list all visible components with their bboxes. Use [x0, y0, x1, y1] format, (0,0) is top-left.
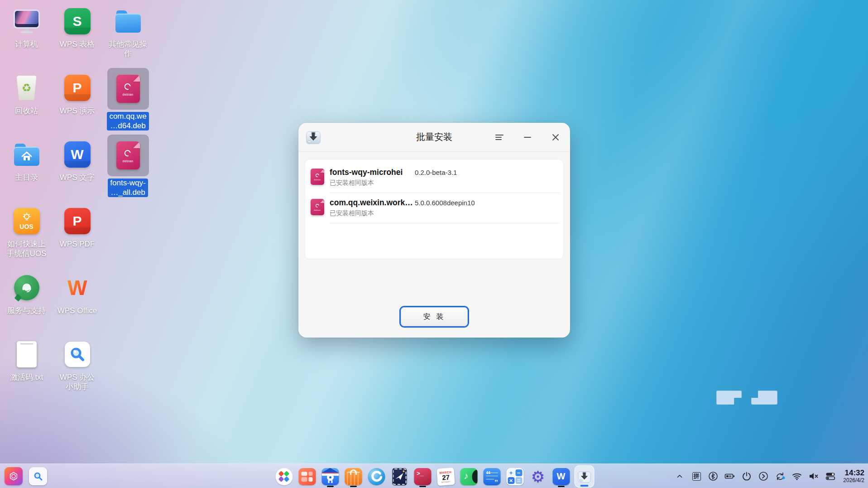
input-method-pinyin[interactable]: 拼	[691, 470, 702, 482]
wps-writer-icon: W	[64, 141, 91, 168]
dock-wps-writer[interactable]: W	[551, 465, 571, 488]
terminal-icon: >_	[414, 468, 431, 485]
power-icon[interactable]	[741, 470, 753, 482]
dock-calendar[interactable]: MARCH 27 MONDAY	[436, 465, 456, 488]
file-manager-icon	[321, 468, 339, 485]
launcher-icon[interactable]	[5, 467, 23, 485]
chevron-up-icon[interactable]	[674, 470, 686, 482]
computer-icon	[14, 10, 40, 33]
desktop-item-wps-spreadsheet[interactable]: S WPS 表格	[52, 3, 103, 69]
desktop-item-label: 计算机	[15, 40, 38, 49]
running-indicator	[419, 486, 426, 487]
desktop-item-wps-assistant[interactable]: WPS 办公 小助手	[52, 336, 103, 402]
dock-multitasking[interactable]	[297, 465, 317, 488]
package-status: 已安装相同版本	[330, 179, 561, 187]
desktop-item-label: WPS 表格	[60, 40, 95, 49]
desktop-item-uos-guide[interactable]: UOS 如何快速上 手统信UOS	[1, 203, 52, 269]
desktop-column-2: S WPS 表格 P WPS 演示 W WPS 文字 P WPS PDF W W…	[52, 3, 103, 402]
support-icon	[14, 275, 39, 300]
time-label: 14:32	[843, 469, 864, 478]
music-icon: ♪	[460, 468, 477, 485]
desktop-item-computer[interactable]: 计算机	[1, 3, 52, 69]
batch-install-dialog: 批量安装 debian fonts-wqy-microhei 0.2.0-bet…	[298, 123, 570, 338]
volume-muted-icon[interactable]	[808, 470, 820, 482]
install-button[interactable]: 安 装	[401, 307, 468, 326]
desktop-item-other-folder[interactable]: 其他常见操 作	[102, 3, 153, 69]
dock-terminal[interactable]: >_	[412, 465, 432, 488]
gear-icon: ⚙	[529, 468, 547, 485]
control-center-icon[interactable]	[825, 470, 836, 482]
text-file-icon	[17, 341, 37, 367]
update-sync-icon[interactable]	[774, 470, 786, 482]
desktop-item-label: WPS Office	[58, 306, 97, 316]
dock-device-manager[interactable]: ⚙	[528, 465, 548, 488]
dock-package-installer[interactable]	[574, 465, 594, 488]
dock-app-store[interactable]	[343, 465, 363, 488]
desktop-item-deb-weixin[interactable]: debian com.qq.we …d64.deb	[102, 69, 153, 136]
system-tray: 拼 14:32 2026/4/2	[674, 464, 864, 488]
deb-package-icon: debian	[116, 141, 140, 169]
package-row: debian fonts-wqy-microhei 0.2.0-beta-3.1…	[311, 162, 561, 193]
svg-text:W: W	[67, 276, 87, 300]
browser-icon	[368, 468, 385, 485]
package-name: fonts-wqy-microhei	[330, 168, 415, 177]
desktop-item-label: WPS PDF	[60, 240, 95, 249]
desktop-item-wps-writer[interactable]: W WPS 文字	[52, 136, 103, 203]
bluetooth-icon[interactable]	[707, 470, 719, 482]
wps-spreadsheet-icon: S	[64, 8, 91, 34]
deb-package-icon: debian	[116, 75, 140, 103]
desktop-item-wps-presentation[interactable]: P WPS 演示	[52, 69, 103, 136]
desktop-item-trash[interactable]: ♻ 回收站	[1, 69, 52, 136]
deb-package-icon: debian	[311, 169, 324, 185]
app-grid-icon	[275, 468, 293, 485]
minimize-icon[interactable]	[518, 128, 537, 146]
desktop-item-label: WPS 文字	[60, 173, 95, 183]
desktop-item-label: fonts-wqy- …_all.deb	[108, 179, 148, 197]
taskbar: >_ MARCH 27 MONDAY ♪ “” +−×= ⚙	[0, 464, 868, 488]
dock-voice-notes[interactable]: “”	[482, 465, 502, 488]
dock-mail[interactable]	[389, 465, 409, 488]
desktop-item-home[interactable]: 主目录	[1, 136, 52, 203]
desktop-column-3: 其他常见操 作 debian com.qq.we …d64.deb debian…	[102, 3, 153, 203]
desktop-item-label: WPS 演示	[60, 106, 95, 116]
desktop-item-wps-office[interactable]: W WPS Office	[52, 269, 103, 336]
multitasking-icon	[298, 468, 316, 485]
dock-browser[interactable]	[366, 465, 386, 488]
wps-presentation-icon: P	[64, 75, 91, 101]
close-icon[interactable]	[547, 128, 565, 146]
desktop-item-label: com.qq.we …d64.deb	[107, 112, 149, 130]
trash-icon: ♻	[16, 76, 37, 100]
mail-icon	[392, 468, 407, 485]
desktop-item-support[interactable]: 服务与支持	[1, 269, 52, 336]
desktop-item-label: 其他常见操 作	[109, 40, 147, 58]
desktop-item-label: 激活码.txt	[10, 373, 43, 382]
dialog-titlebar[interactable]: 批量安装	[298, 123, 570, 152]
package-status: 已安装相同版本	[330, 209, 561, 217]
dock-music[interactable]: ♪	[459, 465, 479, 488]
search-icon[interactable]	[29, 467, 47, 485]
home-folder-icon	[14, 147, 39, 166]
menu-icon[interactable]	[490, 128, 508, 146]
desktop-item-activation-code[interactable]: 激活码.txt	[1, 336, 52, 402]
package-row: debian com.qq.weixin.work… 5.0.0.6008dee…	[311, 193, 561, 223]
dock-file-manager[interactable]	[320, 465, 340, 488]
battery-icon[interactable]	[724, 470, 736, 482]
desktop-item-deb-fonts[interactable]: debian fonts-wqy- …_all.deb	[102, 136, 153, 203]
calculator-icon: +−×=	[506, 468, 523, 485]
session-circle-icon[interactable]	[758, 470, 769, 482]
package-installer-icon	[575, 468, 593, 485]
uos-guide-icon: UOS	[14, 208, 40, 234]
desktop-item-label: 服务与支持	[7, 306, 46, 316]
wps-office-icon: W	[64, 276, 91, 300]
dock: >_ MARCH 27 MONDAY ♪ “” +−×= ⚙	[274, 465, 594, 488]
wps-assistant-icon	[65, 342, 90, 367]
wifi-icon[interactable]	[791, 470, 803, 482]
package-version: 0.2.0-beta-3.1	[415, 169, 457, 176]
dock-app-grid[interactable]	[274, 465, 294, 488]
wps-pdf-icon: P	[64, 208, 91, 234]
package-name: com.qq.weixin.work…	[330, 198, 415, 208]
clock[interactable]: 14:32 2026/4/2	[843, 469, 864, 483]
dock-calculator[interactable]: +−×=	[505, 465, 525, 488]
desktop-column-1: 计算机 ♻ 回收站 主目录 UOS 如何快速上 手统信UOS 服务与支持 激活码…	[1, 3, 52, 402]
desktop-item-wps-pdf[interactable]: P WPS PDF	[52, 203, 103, 269]
